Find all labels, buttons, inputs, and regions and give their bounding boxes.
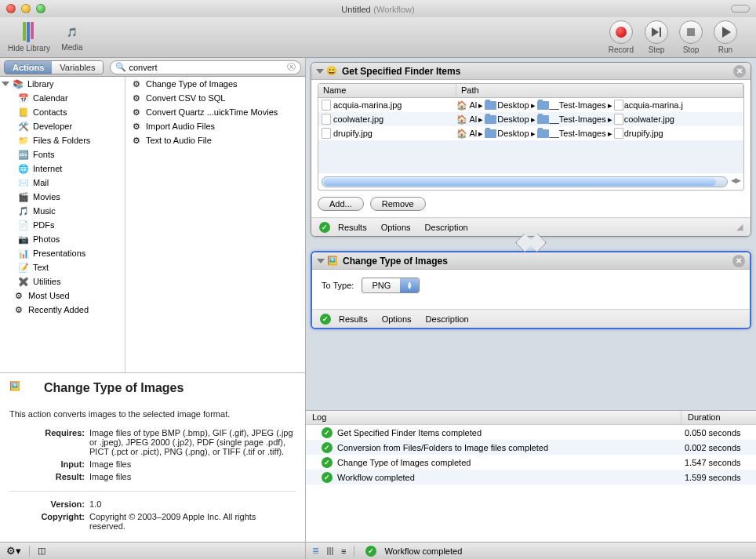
options-tab[interactable]: Options [381,223,411,232]
close-action-icon[interactable]: ✕ [732,255,745,267]
close-action-icon[interactable]: ✕ [733,65,746,78]
gear-icon[interactable]: ⚙︎▾ [6,545,21,557]
search-field[interactable]: 🔍 ⓧ [110,60,301,74]
left-top-bar: Actions Variables 🔍 ⓧ [0,58,305,77]
folder-icon [485,129,496,138]
stop-button[interactable]: Stop [679,20,703,54]
log-panel: Log Duration ✓Get Specified Finder Items… [306,410,756,542]
library-item[interactable]: 📒Contacts [0,105,125,119]
results-tab[interactable]: Results [338,223,367,232]
info-result: Image files [89,472,294,483]
log-row[interactable]: ✓Conversion from Files/Folders to Image … [306,440,756,455]
minimize-window-button[interactable] [21,4,31,13]
log-header-log[interactable]: Log [306,411,681,424]
log-header-duration[interactable]: Duration [681,411,756,424]
status-ok-icon: ✓ [365,546,376,557]
library-header: Library [27,79,54,89]
table-row[interactable]: coolwater.jpg🏠 Al▸ Desktop▸ __Test-Image… [318,112,743,126]
action-list-item[interactable]: ⚙︎Text to Audio File [125,133,305,147]
library-item[interactable]: 📷Photos [0,232,125,246]
action-icon: ⚙︎ [130,106,143,118]
folder-icon [537,101,549,110]
library-icon: 📚 [12,78,24,90]
hide-library-button[interactable]: Hide Library [8,22,50,53]
window-title: Untitled (Workflow) [0,3,756,15]
category-icon: ✉️ [17,176,30,189]
library-list[interactable]: 📚 Library 📅Calendar📒Contacts🛠️Developer📁… [0,77,125,372]
info-panel: 🖼️ Change Type of Images This action con… [0,372,305,542]
category-icon: 📅 [17,92,30,104]
library-item[interactable]: 🎵Music [0,204,125,218]
panel-toggle-icon[interactable]: ◫ [38,546,45,556]
zoom-window-button[interactable] [36,4,45,13]
horizontal-scrollbar[interactable] [322,176,728,187]
to-type-select[interactable]: PNG ▲▼ [362,278,420,293]
disclosure-triangle-icon[interactable] [316,69,324,74]
library-item[interactable]: 🛠️Developer [0,119,125,133]
action-icon: ⚙︎ [130,134,143,147]
library-item[interactable]: ✖️Utilities [0,274,125,289]
results-tab[interactable]: Results [339,314,368,324]
disclosure-triangle-icon[interactable] [2,82,9,86]
record-button[interactable]: Record [609,20,634,54]
info-title: Change Type of Images [44,381,296,395]
action-list-item[interactable]: ⚙︎Convert CSV to SQL [125,91,305,105]
description-tab[interactable]: Description [425,223,468,232]
right-bottom-bar: ≣ ≡ ✓ Workflow completed [306,542,756,559]
search-input[interactable] [129,63,287,72]
resize-grip-icon[interactable]: ◢ [736,222,743,232]
library-item[interactable]: 📄PDFs [0,218,125,232]
tab-variables[interactable]: Variables [52,61,103,74]
title-suffix: (Workflow) [373,5,414,14]
library-item[interactable]: 🎬Movies [0,190,125,204]
category-icon: 📄 [17,219,30,231]
workflow-area[interactable]: 😀 Get Specified Finder Items ✕ Name Path… [306,58,756,410]
close-window-button[interactable] [6,4,16,13]
log-row[interactable]: ✓Get Specified Finder Items completed0.0… [306,425,756,440]
library-item[interactable]: 🌐Internet [0,162,125,176]
options-tab[interactable]: Options [382,314,412,324]
action-list-item[interactable]: ⚙︎Change Type of Images [125,77,305,91]
run-button[interactable]: Run [714,20,737,54]
scroll-arrows-icon[interactable]: ◀︎▶︎ [731,176,740,184]
media-button[interactable]: 🎵 Media [61,23,83,52]
status-ok-icon: ✓ [322,457,333,468]
library-item[interactable]: 🔤Fonts [0,147,125,162]
disclosure-triangle-icon[interactable] [317,259,325,263]
finder-icon: 😀 [326,66,337,76]
view-list-icon[interactable]: ≣ [312,546,319,556]
step-button[interactable]: Step [645,20,668,54]
library-item[interactable]: 📊Presentations [0,246,125,260]
recently-added-row[interactable]: ⚙︎Recently Added [0,303,125,317]
library-item[interactable]: 📅Calendar [0,91,125,105]
table-row[interactable]: drupify.jpg🏠 Al▸ Desktop▸ __Test-Images▸… [318,126,743,140]
log-row[interactable]: ✓Change Type of Images completed1.547 se… [306,455,756,470]
info-version: 1.0 [89,499,294,510]
action-get-finder-items: 😀 Get Specified Finder Items ✕ Name Path… [311,62,751,237]
col-name[interactable]: Name [318,84,456,97]
col-path[interactable]: Path [456,84,743,97]
library-item[interactable]: 📁Files & Folders [0,133,125,147]
table-row[interactable]: acquia-marina.jpg🏠 Al▸ Desktop▸ __Test-I… [318,98,743,112]
log-row[interactable]: ✓Workflow completed1.599 seconds [306,470,756,485]
actions-list[interactable]: ⚙︎Change Type of Images⚙︎Convert CSV to … [125,77,305,372]
clear-search-icon[interactable]: ⓧ [287,61,296,73]
most-used-row[interactable]: ⚙︎Most Used [0,289,125,303]
file-icon [322,128,331,139]
category-icon: 🌐 [17,162,30,175]
view-flow-icon[interactable] [327,547,333,555]
action-list-item[interactable]: ⚙︎Import Audio Files [125,119,305,133]
library-item[interactable]: 📝Text [0,260,125,274]
add-button[interactable]: Add... [318,197,364,211]
description-tab[interactable]: Description [426,314,469,324]
remove-button[interactable]: Remove [370,197,426,211]
library-item[interactable]: ✉️Mail [0,176,125,190]
action-list-item[interactable]: ⚙︎Convert Quartz ...uickTime Movies [125,105,305,119]
titlebar-pill-icon[interactable] [731,5,750,13]
action-icon: ⚙︎ [130,92,143,104]
info-copyright: Copyright © 2003–2009 Apple Inc. All rig… [89,512,294,532]
folder-icon [485,101,496,110]
view-results-icon[interactable]: ≡ [341,546,346,556]
tab-actions[interactable]: Actions [5,61,52,74]
file-icon [322,114,331,125]
